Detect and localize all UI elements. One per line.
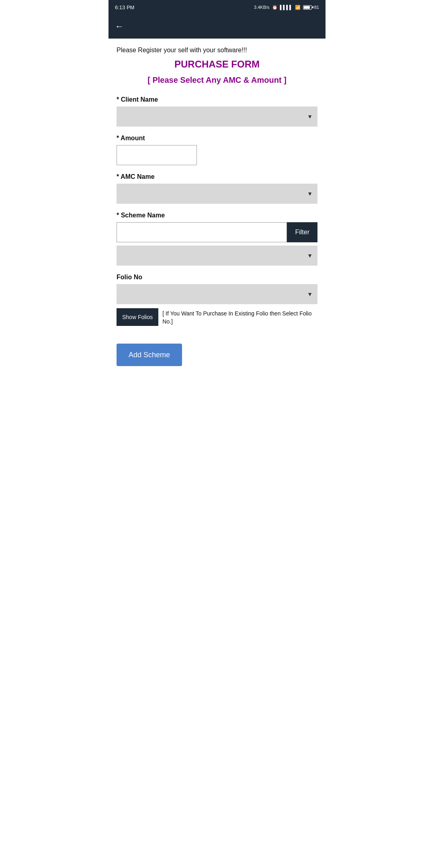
- wifi-icon: 📶: [295, 5, 301, 10]
- back-button[interactable]: ←: [115, 21, 124, 32]
- scheme-name-section: * Scheme Name Filter ▼: [117, 212, 317, 266]
- alarm-icon: ⏰: [272, 5, 278, 10]
- status-bar: 6:13 PM 3.4KB/s ⏰ ▌▌▌▌ 📶 81: [108, 0, 326, 14]
- nav-bar: ←: [108, 14, 326, 39]
- amc-name-section: * AMC Name ▼: [117, 173, 317, 204]
- amc-name-dropdown-wrapper: ▼: [117, 184, 317, 204]
- folio-hint: [ If You Want To Purchase In Existing Fo…: [162, 308, 317, 326]
- client-name-label: * Client Name: [117, 96, 317, 103]
- scheme-name-label: * Scheme Name: [117, 212, 317, 219]
- network-speed: 3.4KB/s: [254, 5, 270, 10]
- client-name-dropdown[interactable]: [117, 106, 317, 127]
- folio-dropdown-wrapper: ▼: [117, 284, 317, 304]
- signal-icon: ▌▌▌▌: [280, 5, 293, 10]
- form-title: PURCHASE FORM: [117, 59, 317, 70]
- scheme-filter-input[interactable]: [117, 222, 287, 242]
- folio-info-row: Show Folios [ If You Want To Purchase In…: [117, 308, 317, 326]
- client-name-dropdown-wrapper: ▼: [117, 106, 317, 127]
- amount-section: * Amount: [117, 135, 317, 165]
- client-name-section: * Client Name ▼: [117, 96, 317, 127]
- amount-input[interactable]: [117, 145, 197, 165]
- folio-label: Folio No: [117, 274, 317, 281]
- amc-name-label: * AMC Name: [117, 173, 317, 180]
- folio-dropdown[interactable]: [117, 284, 317, 304]
- show-folios-button[interactable]: Show Folios: [117, 308, 158, 326]
- folio-section: Folio No ▼ Show Folios [ If You Want To …: [117, 274, 317, 326]
- scheme-dropdown[interactable]: [117, 246, 317, 266]
- status-icons: 3.4KB/s ⏰ ▌▌▌▌ 📶 81: [254, 5, 319, 10]
- filter-button[interactable]: Filter: [287, 222, 317, 242]
- add-scheme-button[interactable]: Add Scheme: [117, 344, 182, 366]
- amc-name-dropdown[interactable]: [117, 184, 317, 204]
- scheme-filter-row: Filter: [117, 222, 317, 242]
- scheme-dropdown-wrapper: ▼: [117, 246, 317, 266]
- form-subtitle: [ Please Select Any AMC & Amount ]: [117, 76, 317, 85]
- register-notice: Please Register your self with your soft…: [117, 47, 317, 54]
- main-content: Please Register your self with your soft…: [108, 39, 326, 374]
- battery-percent: 81: [314, 5, 319, 10]
- amount-label: * Amount: [117, 135, 317, 142]
- status-time: 6:13 PM: [115, 4, 134, 10]
- battery-icon: [303, 5, 312, 10]
- add-scheme-section: Add Scheme: [117, 334, 317, 366]
